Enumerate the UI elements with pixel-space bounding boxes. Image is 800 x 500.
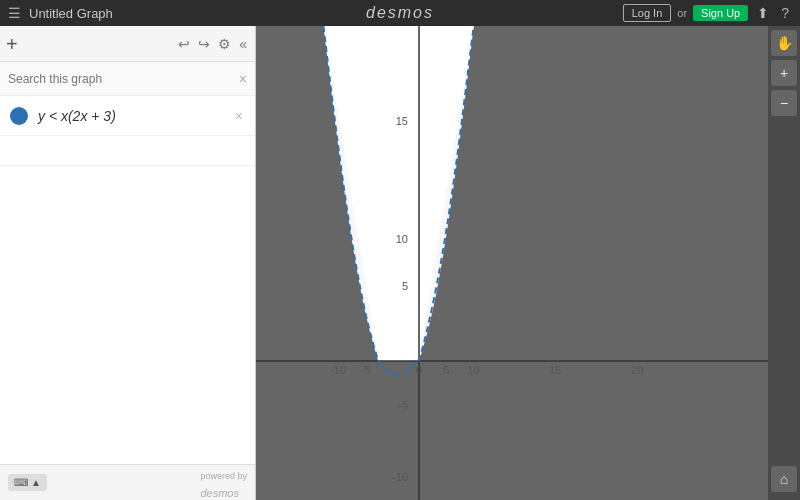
svg-text:10: 10 [396, 233, 408, 245]
empty-expression-row [0, 136, 255, 166]
desmos-logo: desmos [366, 4, 434, 22]
svg-text:10: 10 [467, 364, 479, 376]
svg-text:0: 0 [416, 364, 422, 376]
top-right-actions: Log In or Sign Up ⬆ ? [623, 4, 800, 22]
topbar: ☰ Untitled Graph desmos Log In or Sign U… [0, 0, 800, 26]
left-toolbar: + ↩ ↪ ⚙ « [0, 26, 255, 62]
home-button[interactable]: ⌂ [771, 466, 797, 492]
svg-text:5: 5 [402, 280, 408, 292]
svg-text:-10: -10 [330, 364, 346, 376]
search-clear-button[interactable]: × [239, 71, 247, 87]
collapse-button[interactable]: « [237, 34, 249, 54]
svg-text:15: 15 [396, 115, 408, 127]
keyboard-icon: ⌨ [14, 477, 28, 488]
expression-row: y < x(2x + 3) × [0, 96, 255, 136]
expressions-list: y < x(2x + 3) × [0, 96, 255, 464]
expression-formula[interactable]: y < x(2x + 3) [38, 108, 233, 124]
menu-icon[interactable]: ☰ [0, 5, 29, 21]
share-icon[interactable]: ⬆ [754, 5, 772, 21]
desmos-brand: powered by desmos [200, 465, 247, 501]
search-input[interactable] [8, 72, 233, 86]
svg-text:15: 15 [549, 364, 561, 376]
help-icon[interactable]: ? [778, 5, 792, 21]
left-panel: + ↩ ↪ ⚙ « × y < x(2x + 3) × ⌨ ▲ [0, 26, 256, 500]
zoom-in-button[interactable]: + [771, 60, 797, 86]
keyboard-button[interactable]: ⌨ ▲ [8, 474, 47, 491]
svg-text:-5: -5 [360, 364, 370, 376]
or-text: or [677, 7, 687, 19]
search-bar: × [0, 62, 255, 96]
expression-close-button[interactable]: × [233, 106, 245, 126]
hand-tool-button[interactable]: ✋ [771, 30, 797, 56]
signup-button[interactable]: Sign Up [693, 5, 748, 21]
expression-color-dot[interactable] [10, 107, 28, 125]
login-button[interactable]: Log In [623, 4, 672, 22]
right-toolbar: ✋ + − ⌂ [768, 26, 800, 500]
undo-button[interactable]: ↩ [176, 34, 192, 54]
graph-area[interactable]: -10 -5 0 5 10 15 20 15 10 5 -5 -10 ✋ + −… [256, 26, 800, 500]
svg-text:-10: -10 [392, 471, 408, 483]
svg-text:-5: -5 [398, 399, 408, 411]
svg-text:5: 5 [443, 364, 449, 376]
graph-svg: -10 -5 0 5 10 15 20 15 10 5 -5 -10 [256, 26, 800, 500]
add-expression-button[interactable]: + [6, 34, 18, 54]
svg-text:20: 20 [631, 364, 643, 376]
main-layout: + ↩ ↪ ⚙ « × y < x(2x + 3) × ⌨ ▲ [0, 26, 800, 500]
redo-button[interactable]: ↪ [196, 34, 212, 54]
left-bottom-bar: ⌨ ▲ powered by desmos [0, 464, 255, 500]
settings-button[interactable]: ⚙ [216, 34, 233, 54]
keyboard-toggle-icon: ▲ [31, 477, 41, 488]
zoom-out-button[interactable]: − [771, 90, 797, 116]
graph-title: Untitled Graph [29, 6, 623, 21]
